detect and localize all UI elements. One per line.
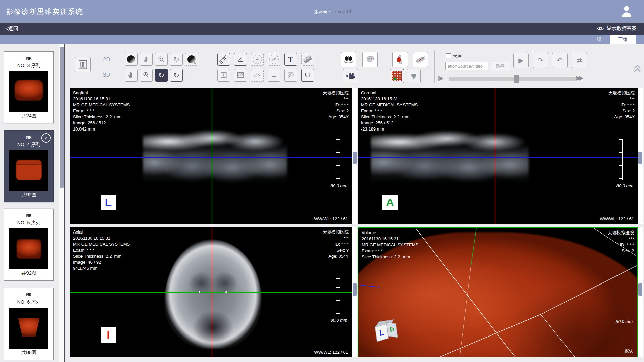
series-card-3[interactable]: MR NO. 3 序列 共24图 [4, 51, 54, 123]
cube-left-face: L [375, 324, 389, 342]
heart-icon: ♥ [411, 71, 416, 82]
viewport-sagittal[interactable]: Sagittal20161130 16:15:31MR GE MEDICAL S… [70, 88, 352, 224]
window-level-reset-button[interactable]: ↻ [185, 53, 198, 66]
cobb-angle-tool-button[interactable] [301, 69, 314, 82]
sagittal-overlay-left: Sagittal20161130 16:15:31MR GE MEDICAL S… [73, 90, 130, 132]
axial-slice-scrollbar-handle[interactable] [353, 283, 357, 296]
zoom-3d-button[interactable] [140, 69, 153, 82]
coronal-crosshair-horizontal[interactable] [358, 157, 638, 158]
collapse-toolbar-button[interactable] [635, 66, 640, 74]
coronal-crosshair-vertical[interactable] [495, 88, 495, 224]
arrow-tool-button[interactable]: → [268, 69, 280, 82]
user-avatar-icon[interactable] [620, 4, 633, 18]
viewport-coronal[interactable]: Coronal20161130 16:15:31MR GE MEDICAL SY… [358, 88, 638, 224]
play-button[interactable]: ▶ [513, 53, 529, 68]
secondary-roi-button[interactable]: 次 [268, 53, 280, 66]
movie-camera-icon [345, 72, 356, 80]
sidebar-scrollbar[interactable] [59, 44, 64, 362]
viewport-volume-3d[interactable]: Volume20161130 16:15:31MR GE MEDICAL SYS… [358, 227, 638, 357]
nav-bar [0, 23, 644, 35]
spline-tool-button[interactable] [251, 69, 264, 82]
preset-lung-ct-button[interactable] [341, 52, 356, 67]
axial-slice-scrollbar[interactable] [352, 227, 357, 357]
step-backward-icon[interactable]: ||▶ [438, 75, 443, 81]
eraser-tool-button[interactable] [301, 53, 314, 66]
layout-button[interactable] [75, 57, 91, 72]
preset-heart-button[interactable]: ♥ [407, 69, 421, 83]
text-tool-button[interactable]: T [284, 53, 297, 66]
angle-tool-button[interactable] [234, 53, 247, 66]
overlay-line: MR GE MEDICAL SYSTEMS [362, 242, 418, 248]
volume-scrollbar-handle[interactable] [638, 283, 642, 296]
annotation-tool-button[interactable] [284, 69, 297, 82]
preset-skull-button[interactable] [362, 52, 378, 67]
primary-roi-button[interactable]: 主 [251, 53, 264, 66]
record-label: 录屏 [453, 53, 462, 59]
overlay-line: Coronal [361, 90, 418, 96]
record-checkbox[interactable] [446, 53, 451, 58]
window-level-icon [127, 55, 135, 63]
window-level-tool-button[interactable] [125, 53, 138, 66]
overlay-line: Sex: ? [323, 247, 349, 253]
texture-preset-icon: ▲ [392, 71, 402, 81]
overlay-line: MR GE MEDICAL SYSTEMS [73, 241, 130, 247]
show-teacher-answer-button[interactable]: 显示教师答案 [597, 25, 637, 32]
series-card-6[interactable]: MR NO. 6 序列 共88图 [4, 288, 54, 360]
sidebar-scrollbar-handle[interactable] [60, 47, 64, 188]
loop-forward-button[interactable]: ↷ [533, 53, 548, 68]
sagittal-slice-scrollbar-handle[interactable] [353, 152, 357, 164]
preset-texture-button-selected[interactable]: ▲ [390, 69, 404, 83]
cube-front-face: P [386, 322, 398, 338]
spline-icon [254, 71, 261, 79]
orientation-cube[interactable]: L P [373, 317, 404, 347]
reset-view-button[interactable]: ↻ [170, 69, 183, 82]
fast-forward-icon[interactable]: ▶▶ [576, 74, 582, 82]
series-card-5[interactable]: MR NO. 5 序列 共92图 [4, 209, 54, 281]
animation-slider-handle[interactable] [514, 75, 519, 83]
coronal-scale-ruler [619, 139, 623, 180]
overlay-line: Age: 054Y [608, 114, 635, 120]
sagittal-slice-scrollbar[interactable] [352, 88, 357, 224]
animation-slider-track[interactable] [449, 77, 576, 81]
overlay-line: Slice Thickness: 2.2 mm [73, 253, 130, 259]
coronal-overlay-left: Coronal20161130 16:15:31MR GE MEDICAL SY… [361, 90, 418, 132]
rotate-3d-button-selected[interactable]: ↻ [155, 69, 168, 82]
profile-curve-tool-button[interactable] [234, 69, 247, 82]
zoom-2d-button[interactable] [155, 53, 168, 66]
viewport-axial[interactable]: Axial20161130 16:15:31MR GE MEDICAL SYST… [70, 227, 352, 357]
sagittal-crosshair-vertical[interactable] [212, 88, 212, 224]
axial-crosshair-horizontal[interactable] [70, 292, 352, 293]
preset-knee-button[interactable] [392, 52, 408, 67]
overlay-line: *** [323, 96, 349, 102]
coronal-slice-scrollbar[interactable] [638, 88, 643, 224]
pan-2d-button[interactable] [140, 53, 153, 66]
sagittal-overlay-right: 天堰模拟医院***ID: * * *Sex: ?Age: 054Y [323, 90, 349, 120]
volume-preset-label[interactable]: 默认 [625, 348, 633, 354]
preset-spine-button[interactable] [413, 52, 428, 67]
overlay-line: ID: * * * [323, 241, 349, 247]
tab-2d[interactable]: 二维 [584, 35, 610, 44]
path-button[interactable]: 路径 [491, 62, 510, 71]
series-modality: MR [4, 213, 53, 218]
coronal-slice-scrollbar-handle[interactable] [638, 152, 642, 164]
toolbar-divider [385, 50, 385, 83]
swap-direction-button[interactable]: ⇄ [572, 53, 587, 68]
localizer-tool-button[interactable] [217, 69, 230, 82]
pan-3d-button[interactable] [125, 69, 138, 82]
tab-3d-active[interactable]: 三维 [610, 35, 636, 44]
overlay-line: 94.1746 mm [73, 265, 130, 271]
back-button[interactable]: <返回 [5, 25, 18, 32]
axial-overlay-right: 天堰模拟医院***ID: * * *Sex: ?Age: 054Y [323, 229, 349, 259]
video-path-input[interactable] [445, 62, 488, 70]
version-value: svn334 [335, 9, 351, 14]
rotate-2d-button[interactable]: ↻ [170, 53, 183, 66]
series-card-4-selected[interactable]: ✓ MR NO. 4 序列 共92图 [4, 130, 54, 202]
loop-backward-button[interactable]: ↶ [552, 53, 568, 68]
sagittal-crosshair-horizontal[interactable] [70, 157, 352, 158]
volume-scrollbar[interactable] [638, 227, 643, 357]
export-video-button[interactable] [343, 69, 358, 83]
ruler-tool-button[interactable] [217, 53, 230, 66]
overlay-line: Exam: * * * [362, 248, 418, 254]
rotate-icon: ↻ [158, 72, 164, 79]
volume-overlay-left: Volume20161130 16:15:31MR GE MEDICAL SYS… [362, 230, 418, 260]
